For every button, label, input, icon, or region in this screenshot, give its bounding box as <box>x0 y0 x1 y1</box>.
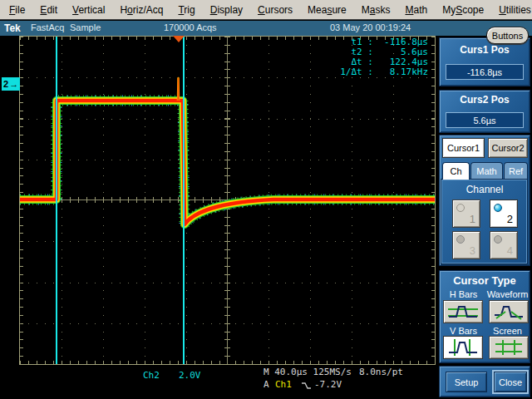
oscilloscope-screen: File Edit Vertical Horiz/Acq Trig Displa… <box>0 0 532 399</box>
falling-edge-icon <box>301 382 312 390</box>
menu-item-edit[interactable]: Edit <box>32 2 65 18</box>
screen-cursor-icon <box>493 338 525 357</box>
channel-3-button[interactable]: 3 <box>452 231 480 259</box>
curs2-pos-field[interactable]: 5.6µs <box>446 112 524 128</box>
menu-bar: File Edit Vertical Horiz/Acq Trig Displa… <box>0 0 532 20</box>
menu-item-cursors[interactable]: Cursors <box>250 2 300 18</box>
curs1-pos-field[interactable]: -116.8µs <box>446 64 524 80</box>
inv-dt-label: 1/Δt : <box>340 67 373 77</box>
timebase-readout: M 40.0µs 125MS/s <box>264 367 352 377</box>
ch2-scale: 2.0V <box>179 370 201 381</box>
vbar-cursor-1[interactable] <box>56 37 57 364</box>
menu-item-vertical[interactable]: Vertical <box>65 2 112 18</box>
channel-4-button[interactable]: 4 <box>490 231 518 259</box>
vbar-cursor-2[interactable] <box>183 37 185 364</box>
waveform-display: t1 :-116.8µs t2 :5.6µs Δt :122.4µs 1/Δt … <box>19 36 436 365</box>
tab-ch[interactable]: Ch <box>442 162 470 180</box>
right-arrow-icon: → <box>9 79 18 89</box>
trigger-source: Ch1 <box>275 379 292 390</box>
channel-3-number: 3 <box>470 244 475 257</box>
channel-1-number: 1 <box>470 213 475 225</box>
trigger-position-marker[interactable] <box>173 36 185 42</box>
menu-item-file[interactable]: File <box>2 2 32 18</box>
waveform-label: Waveform <box>485 289 530 299</box>
resolution-readout: 8.0ns/pt <box>359 367 403 377</box>
waveform-cursor-icon <box>493 303 525 320</box>
tek-logo: Tek <box>4 22 21 34</box>
cursor-readout: t1 :-116.8µs t2 :5.6µs Δt :122.4µs 1/Δt … <box>340 37 428 77</box>
ch2-trace <box>20 37 435 364</box>
trigger-state-label: Sample <box>70 22 101 32</box>
curs2-pos-panel: Curs2 Pos 5.6µs <box>439 90 530 133</box>
menu-item-myscope[interactable]: MyScope <box>435 2 491 18</box>
trigger-prefix: A <box>264 379 269 390</box>
cursor1-button[interactable]: Cursor1 <box>442 138 485 158</box>
channel-1-button[interactable]: 1 <box>452 200 480 228</box>
menu-item-display[interactable]: Display <box>203 2 250 18</box>
v-bars-icon <box>447 338 479 357</box>
channel2-marker-number: 2 <box>3 79 8 89</box>
acq-count-label: 170000 Acqs <box>164 22 217 32</box>
status-bar: Tek FastAcq Sample 170000 Acqs 03 May 20… <box>0 21 532 36</box>
channel-1-icon <box>456 204 465 212</box>
curs2-pos-title: Curs2 Pos <box>440 94 530 106</box>
tab-math[interactable]: Math <box>470 162 503 179</box>
setup-button[interactable]: Setup <box>446 372 487 392</box>
channel-3-icon <box>456 235 465 244</box>
cursor2-button[interactable]: Cursor2 <box>488 138 528 158</box>
datetime-label: 03 May 20 00:19:24 <box>330 22 411 32</box>
menu-item-masks[interactable]: Masks <box>354 2 398 18</box>
screen-label: Screen <box>485 326 530 336</box>
cursor-type-title: Cursor Type <box>440 274 530 287</box>
curs1-pos-panel: Curs1 Pos -116.8µs <box>439 37 530 86</box>
h-bars-button[interactable] <box>443 300 483 323</box>
menu-item-utilities[interactable]: Utilities <box>491 2 532 18</box>
channel-section-title: Channel <box>439 184 530 195</box>
h-bars-icon <box>447 303 479 320</box>
channel-2-number: 2 <box>507 213 513 225</box>
v-bars-label: V Bars <box>441 326 486 336</box>
menu-item-measure[interactable]: Measure <box>300 2 354 18</box>
trigger-level: -7.2V <box>314 379 342 390</box>
tab-ref[interactable]: Ref <box>504 162 528 179</box>
channel-4-number: 4 <box>507 244 513 257</box>
screen-cursor-button[interactable] <box>489 336 529 359</box>
menu-item-math[interactable]: Math <box>397 2 435 18</box>
menu-item-trig[interactable]: Trig <box>170 2 202 18</box>
menu-item-horiz-acq[interactable]: Horiz/Acq <box>112 2 170 18</box>
ch2-label: Ch2 <box>143 370 160 381</box>
waveform-cursor-button[interactable] <box>489 300 529 323</box>
channel-4-icon <box>494 235 502 244</box>
close-button[interactable]: Close <box>494 372 527 392</box>
acq-mode-label: FastAcq <box>31 22 64 32</box>
buttons-button[interactable]: Buttons <box>486 27 529 44</box>
channel-2-button[interactable]: 2 <box>490 200 518 228</box>
curs1-pos-title: Curs1 Pos <box>440 44 530 56</box>
channel-2-icon <box>494 204 502 212</box>
inv-dt-value: 8.17kHz <box>373 67 428 77</box>
channel2-marker[interactable]: 2→ <box>2 77 20 91</box>
v-bars-button[interactable] <box>443 336 483 359</box>
h-bars-label: H Bars <box>441 289 486 299</box>
